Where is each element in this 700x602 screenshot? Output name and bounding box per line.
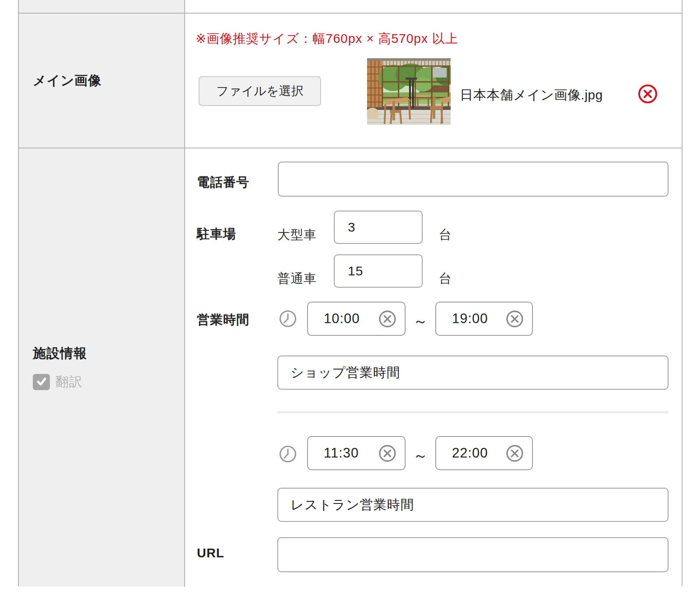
url-label: URL bbox=[197, 546, 224, 560]
file-select-button-label: ファイルを選択 bbox=[216, 83, 303, 99]
parking-label: 駐車場 bbox=[197, 225, 236, 243]
file-select-button[interactable]: ファイルを選択 bbox=[199, 76, 321, 106]
hours2-end-field[interactable]: 22:00 bbox=[435, 436, 533, 470]
facility-row-content: 電話番号 駐車場 大型車 台 普通車 台 営業時間 10:00 ～ 19:00 bbox=[185, 148, 682, 587]
clear-time-icon[interactable] bbox=[378, 444, 397, 463]
hours1-start-value: 10:00 bbox=[324, 311, 360, 327]
translate-label: 翻訳 bbox=[56, 373, 83, 391]
parking-large-input[interactable] bbox=[334, 211, 423, 244]
previous-row-content-partial bbox=[185, 0, 682, 14]
parking-type-regular: 普通車 bbox=[277, 270, 317, 288]
parking-regular-input[interactable] bbox=[334, 254, 423, 288]
parking-unit-large: 台 bbox=[439, 226, 452, 244]
clear-time-icon[interactable] bbox=[505, 444, 524, 463]
hours1-end-field[interactable]: 19:00 bbox=[435, 302, 533, 336]
facility-label: 施設情報 bbox=[33, 345, 184, 363]
parking-unit-regular: 台 bbox=[439, 270, 452, 288]
clear-time-icon[interactable] bbox=[378, 310, 397, 328]
hours2-name-input[interactable] bbox=[277, 488, 668, 522]
hours2-start-value: 11:30 bbox=[324, 445, 359, 461]
remove-image-icon[interactable] bbox=[637, 84, 658, 104]
hours2-start-field[interactable]: 11:30 bbox=[307, 436, 406, 470]
tilde-separator: ～ bbox=[406, 311, 435, 331]
facility-row-header: 施設情報 翻訳 bbox=[19, 148, 185, 587]
clock-icon bbox=[279, 445, 297, 463]
hours1-start-field[interactable]: 10:00 bbox=[307, 302, 406, 336]
translate-option: 翻訳 bbox=[33, 373, 184, 391]
hours-label: 営業時間 bbox=[197, 311, 249, 329]
url-input[interactable] bbox=[277, 537, 668, 572]
parking-type-large: 大型車 bbox=[277, 226, 317, 244]
edit-form-table: メイン画像 ※画像推奨サイズ：幅760px × 高570px 以上 ファイルを選… bbox=[18, 0, 682, 586]
hours2-end-value: 22:00 bbox=[452, 445, 488, 461]
hours1-name-input[interactable] bbox=[277, 356, 668, 390]
hours1-end-value: 19:00 bbox=[452, 311, 488, 327]
tilde-separator: ～ bbox=[406, 446, 435, 466]
phone-input[interactable] bbox=[278, 162, 668, 197]
main-image-row-header: メイン画像 bbox=[19, 14, 185, 148]
main-image-label: メイン画像 bbox=[33, 72, 184, 90]
translate-checkbox[interactable] bbox=[33, 374, 50, 390]
hours-divider bbox=[277, 411, 668, 413]
clock-icon bbox=[279, 310, 297, 328]
previous-row-header-partial bbox=[19, 0, 185, 14]
uploaded-filename: 日本本舗メイン画像.jpg bbox=[460, 81, 603, 109]
clear-time-icon[interactable] bbox=[505, 310, 524, 328]
checkmark-icon bbox=[36, 376, 47, 387]
image-size-note: ※画像推奨サイズ：幅760px × 高570px 以上 bbox=[196, 30, 458, 48]
main-image-row-content: ※画像推奨サイズ：幅760px × 高570px 以上 ファイルを選択 bbox=[185, 14, 682, 148]
phone-label: 電話番号 bbox=[197, 174, 249, 191]
main-image-thumbnail bbox=[367, 58, 451, 125]
